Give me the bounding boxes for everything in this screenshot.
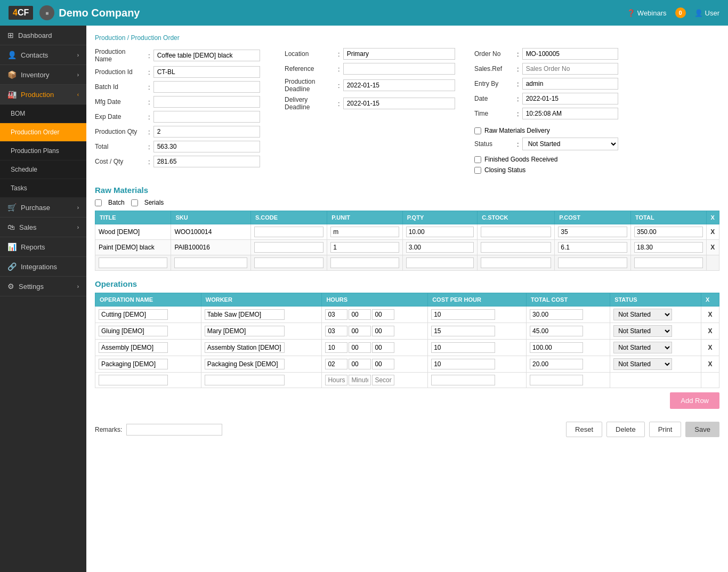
hours-input[interactable]	[325, 326, 347, 336]
finished-goods-checkbox[interactable]	[474, 156, 481, 163]
op-total-cost[interactable]	[527, 307, 610, 323]
op-hours[interactable]	[322, 323, 428, 340]
user-menu[interactable]: 👤 User	[694, 9, 719, 17]
batch-checkbox[interactable]	[95, 199, 102, 206]
save-button[interactable]: Save	[685, 422, 719, 437]
op-cost-per-hour[interactable]	[428, 307, 527, 323]
op-delete-button[interactable]: X	[701, 323, 719, 340]
rm-cstock[interactable]	[478, 240, 555, 255]
serials-checkbox[interactable]	[131, 199, 138, 206]
batch-id-input[interactable]	[153, 81, 260, 93]
rm-pqty[interactable]	[402, 240, 478, 255]
mfg-date-input[interactable]	[153, 96, 260, 108]
notifications[interactable]: 0	[675, 7, 686, 18]
reset-button[interactable]: Reset	[566, 422, 602, 437]
production-name-input[interactable]	[153, 50, 260, 61]
rm-delete-button[interactable]: X	[706, 224, 719, 240]
rm-scode[interactable]	[250, 240, 327, 255]
op-status[interactable]: Not Started In Progress Completed On Hol…	[610, 340, 701, 356]
op-total-cost[interactable]	[527, 356, 610, 373]
sidebar-item-purchase[interactable]: 🛒 Purchase ›	[0, 198, 86, 217]
seconds-input[interactable]	[372, 342, 394, 353]
delivery-deadline-input[interactable]	[343, 98, 455, 109]
add-row-button[interactable]: Add Row	[670, 392, 719, 409]
sidebar-item-sales[interactable]: 🛍 Sales ›	[0, 217, 86, 237]
op-worker[interactable]	[201, 323, 322, 340]
seconds-input[interactable]	[372, 326, 394, 336]
op-delete-button[interactable]: X	[701, 307, 719, 323]
cost-qty-input[interactable]	[153, 156, 260, 167]
hours-input[interactable]	[325, 342, 347, 353]
hours-placeholder[interactable]	[325, 375, 347, 385]
order-no-input[interactable]	[522, 48, 618, 60]
op-name[interactable]	[95, 307, 201, 323]
rm-cstock[interactable]	[478, 224, 555, 240]
sidebar-item-schedule[interactable]: Schedule	[0, 160, 86, 179]
production-qty-input[interactable]	[153, 126, 260, 138]
rm-pcost[interactable]	[555, 224, 631, 240]
op-hours[interactable]	[322, 340, 428, 356]
op-total-cost[interactable]	[527, 340, 610, 356]
sidebar-item-contacts[interactable]: 👤 Contacts ›	[0, 45, 86, 65]
remarks-input[interactable]	[126, 424, 222, 436]
sidebar-item-tasks[interactable]: Tasks	[0, 179, 86, 198]
sidebar-item-integrations[interactable]: 🔗 Integrations	[0, 257, 86, 277]
op-cost-per-hour[interactable]	[428, 340, 527, 356]
breadcrumb-parent[interactable]: Production	[95, 34, 125, 42]
minutes-input[interactable]	[349, 326, 371, 336]
hours-input[interactable]	[325, 359, 347, 369]
raw-materials-delivery-checkbox[interactable]	[474, 127, 481, 134]
op-delete-button[interactable]: X	[701, 340, 719, 356]
op-delete-button[interactable]: X	[701, 356, 719, 373]
seconds-input[interactable]	[372, 309, 394, 320]
op-worker[interactable]	[201, 340, 322, 356]
sidebar-item-reports[interactable]: 📊 Reports	[0, 237, 86, 257]
sidebar-item-production-plans[interactable]: Production Plans	[0, 142, 86, 160]
date-input[interactable]	[522, 93, 618, 104]
time-input[interactable]	[522, 108, 618, 119]
op-hours[interactable]	[322, 307, 428, 323]
production-id-input[interactable]	[153, 66, 260, 78]
delete-button[interactable]: Delete	[606, 422, 645, 437]
reference-input[interactable]	[343, 63, 455, 75]
exp-date-input[interactable]	[153, 111, 260, 123]
op-name[interactable]	[95, 356, 201, 373]
closing-status-checkbox[interactable]	[474, 167, 481, 174]
minutes-input[interactable]	[349, 342, 371, 353]
sidebar-item-production-order[interactable]: Production Order	[0, 123, 86, 142]
rm-delete-button[interactable]: X	[706, 240, 719, 255]
rm-total[interactable]	[630, 224, 706, 240]
status-select[interactable]: Not Started In Progress Completed On Hol…	[522, 138, 618, 150]
rm-total[interactable]	[630, 240, 706, 255]
sidebar-item-inventory[interactable]: 📦 Inventory ›	[0, 65, 86, 85]
sidebar-item-bom[interactable]: BOM	[0, 104, 86, 123]
seconds-placeholder[interactable]	[372, 375, 394, 385]
op-name[interactable]	[95, 323, 201, 340]
op-worker[interactable]	[201, 356, 322, 373]
op-hours[interactable]	[322, 356, 428, 373]
total-input[interactable]	[153, 141, 260, 152]
rm-scode[interactable]	[250, 224, 327, 240]
hours-input[interactable]	[325, 309, 347, 320]
minutes-input[interactable]	[349, 309, 371, 320]
print-button[interactable]: Print	[649, 422, 682, 437]
rm-pqty[interactable]	[402, 224, 478, 240]
seconds-input[interactable]	[372, 359, 394, 369]
op-worker[interactable]	[201, 307, 322, 323]
minutes-placeholder[interactable]	[349, 375, 371, 385]
rm-pcost[interactable]	[555, 240, 631, 255]
notifications-count[interactable]: 0	[675, 7, 686, 18]
op-status[interactable]: Not Started In Progress Completed On Hol…	[610, 307, 701, 323]
op-status[interactable]: Not Started In Progress Completed On Hol…	[610, 356, 701, 373]
op-cost-per-hour[interactable]	[428, 356, 527, 373]
op-name[interactable]	[95, 340, 201, 356]
sidebar-item-settings[interactable]: ⚙ Settings ›	[0, 277, 86, 296]
entry-by-input[interactable]	[522, 78, 618, 90]
rm-punit[interactable]	[327, 240, 402, 255]
op-status[interactable]: Not Started In Progress Completed On Hol…	[610, 323, 701, 340]
production-deadline-input[interactable]	[343, 79, 455, 91]
sidebar-item-dashboard[interactable]: ⊞ Dashboard	[0, 26, 86, 45]
webinars-link[interactable]: ❓ Webinars	[627, 9, 667, 17]
minutes-input[interactable]	[349, 359, 371, 369]
sidebar-item-production[interactable]: 🏭 Production ‹	[0, 85, 86, 104]
